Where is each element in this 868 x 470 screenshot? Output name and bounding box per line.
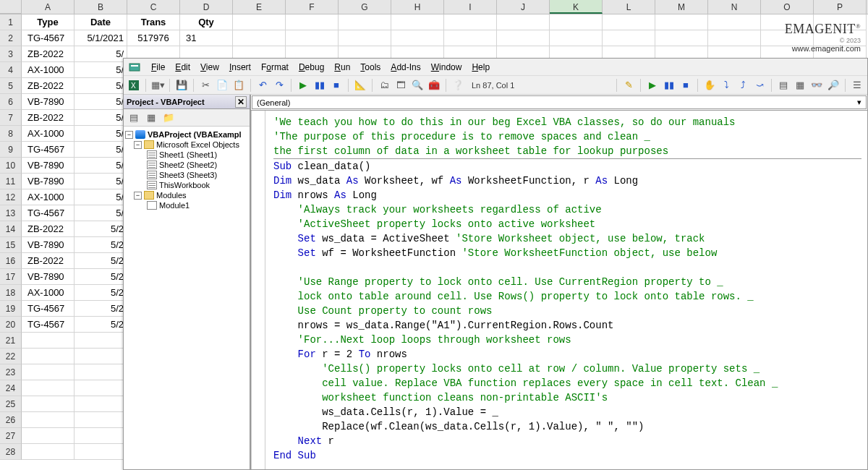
watch-icon[interactable]: 👓 — [809, 78, 824, 93]
project-explorer-icon[interactable]: 🗂 — [377, 78, 391, 93]
debug-stop-icon[interactable]: ■ — [678, 78, 693, 93]
breakpoint-icon[interactable]: ✋ — [702, 78, 717, 93]
cell[interactable]: VB-7890 — [22, 269, 75, 285]
cell[interactable]: 5/2 — [75, 285, 127, 301]
debug-run-icon[interactable]: ▶ — [645, 78, 660, 93]
save-icon[interactable]: 💾 — [174, 78, 189, 93]
cell[interactable] — [233, 14, 286, 30]
column-header[interactable]: M — [655, 0, 708, 14]
excel-icon[interactable]: X — [127, 78, 141, 93]
column-header[interactable]: B — [75, 0, 127, 14]
cell[interactable] — [497, 14, 550, 30]
cell[interactable] — [391, 14, 444, 30]
column-header[interactable]: F — [286, 0, 339, 14]
column-header[interactable]: I — [444, 0, 497, 14]
cell[interactable] — [22, 380, 75, 396]
menu-add-ins[interactable]: Add-Ins — [391, 62, 420, 72]
run-icon[interactable]: ▶ — [296, 78, 310, 93]
column-header[interactable]: J — [497, 0, 550, 14]
copy-icon[interactable]: 📄 — [215, 78, 229, 93]
cell[interactable]: ZB-2022 — [22, 253, 75, 269]
tree-root[interactable]: VBAProject (VBAExampl — [148, 130, 242, 139]
cell[interactable] — [22, 349, 75, 364]
row-header[interactable]: 12 — [0, 189, 22, 205]
cell[interactable]: Trans — [127, 14, 180, 30]
cell[interactable]: VB-7890 — [22, 94, 75, 110]
menu-insert[interactable]: Insert — [229, 62, 251, 72]
cell[interactable]: 5/2 — [75, 317, 127, 333]
callstack-icon[interactable]: ☰ — [850, 78, 864, 93]
design-mode-icon[interactable]: 📐 — [353, 78, 367, 93]
row-header[interactable]: 22 — [0, 349, 22, 364]
cell[interactable]: 5/ — [75, 94, 127, 110]
cell[interactable]: 5/ — [75, 46, 127, 62]
quickwatch-icon[interactable]: 🔎 — [826, 78, 841, 93]
cell[interactable]: 5/ — [75, 110, 127, 126]
cell[interactable]: TG-4567 — [22, 317, 75, 333]
view-object-icon[interactable]: ▦ — [144, 111, 158, 125]
row-header[interactable]: 28 — [0, 444, 22, 460]
cell[interactable] — [75, 396, 127, 412]
tree-folder-modules[interactable]: Modules — [156, 191, 187, 200]
tree-sheet[interactable]: Sheet1 (Sheet1) — [159, 150, 217, 159]
menu-format[interactable]: Format — [261, 62, 289, 72]
cell[interactable]: 5/ — [75, 62, 127, 78]
row-header[interactable]: 8 — [0, 126, 22, 142]
column-header[interactable]: G — [339, 0, 391, 14]
cell[interactable]: 31 — [180, 30, 233, 46]
cell[interactable] — [286, 30, 339, 46]
cell[interactable] — [75, 364, 127, 380]
cell[interactable]: ZB-2022 — [22, 110, 75, 126]
cell[interactable]: Date — [75, 14, 127, 30]
paste-icon[interactable]: 📋 — [231, 78, 246, 93]
row-header[interactable]: 15 — [0, 237, 22, 253]
cell[interactable]: 5/ — [75, 189, 127, 205]
menu-window[interactable]: Window — [431, 62, 462, 72]
cell[interactable]: 5/ — [75, 158, 127, 174]
cell[interactable] — [75, 428, 127, 444]
cell[interactable]: AX-1000 — [22, 285, 75, 301]
row-header[interactable]: 6 — [0, 94, 22, 110]
column-header[interactable]: E — [233, 0, 286, 14]
reset-icon[interactable]: ■ — [329, 78, 344, 93]
cell[interactable] — [391, 30, 444, 46]
cell[interactable]: TG-4567 — [22, 205, 75, 221]
row-header[interactable]: 10 — [0, 158, 22, 174]
cell[interactable]: ZB-2022 — [22, 78, 75, 94]
column-header[interactable]: O — [761, 0, 814, 14]
undo-icon[interactable]: ↶ — [255, 78, 270, 93]
cell[interactable]: 5/2 — [75, 269, 127, 285]
cell[interactable] — [655, 30, 708, 46]
collapse-icon[interactable]: − — [125, 131, 133, 139]
row-header[interactable]: 19 — [0, 301, 22, 317]
cell[interactable]: VB-7890 — [22, 158, 75, 174]
cell[interactable]: 517976 — [127, 30, 180, 46]
cell[interactable] — [603, 14, 655, 30]
menu-edit[interactable]: Edit — [175, 62, 190, 72]
cell[interactable] — [22, 364, 75, 380]
menu-view[interactable]: View — [200, 62, 219, 72]
debug-pause-icon[interactable]: ▮▮ — [662, 78, 676, 93]
cell[interactable] — [603, 30, 655, 46]
cell[interactable]: ZB-2022 — [22, 221, 75, 237]
help-icon[interactable]: ❔ — [451, 78, 465, 93]
cell[interactable] — [550, 30, 603, 46]
cell[interactable]: Qty — [180, 14, 233, 30]
row-header[interactable]: 14 — [0, 221, 22, 237]
cell[interactable]: 5/1/2021 — [75, 30, 127, 46]
row-header[interactable]: 3 — [0, 46, 22, 62]
tree-module[interactable]: Module1 — [159, 201, 190, 210]
menu-tools[interactable]: Tools — [360, 62, 380, 72]
column-header[interactable]: C — [127, 0, 180, 14]
row-header[interactable]: 2 — [0, 30, 22, 46]
menu-debug[interactable]: Debug — [299, 62, 324, 72]
step-out-icon[interactable]: ⤻ — [752, 78, 767, 93]
cell[interactable] — [708, 14, 761, 30]
row-header[interactable]: 18 — [0, 285, 22, 301]
cell[interactable]: TG-4567 — [22, 30, 75, 46]
cell[interactable]: 5/ — [75, 78, 127, 94]
cell[interactable] — [22, 396, 75, 412]
tree-sheet[interactable]: Sheet2 (Sheet2) — [159, 161, 217, 169]
cell[interactable]: 5/2 — [75, 253, 127, 269]
step-into-icon[interactable]: ⤵ — [719, 78, 733, 93]
